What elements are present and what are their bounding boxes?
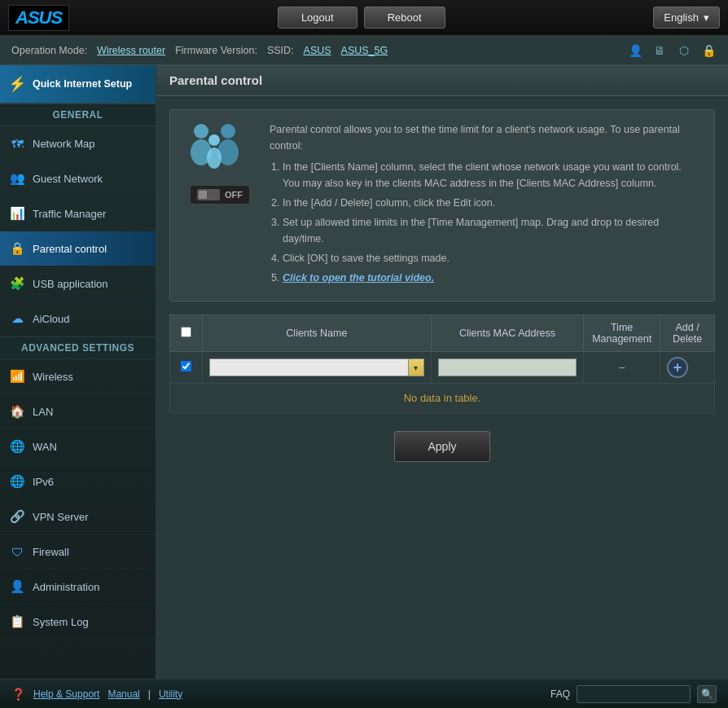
sidebar-item-firewall[interactable]: 🛡 Firewall	[0, 534, 156, 569]
toggle-label: OFF	[225, 190, 243, 200]
row-time-mgmt-cell: –	[584, 352, 660, 384]
sidebar-item-label: Traffic Manager	[33, 208, 106, 220]
svg-point-4	[208, 134, 220, 146]
sidebar-item-vpn-server[interactable]: 🔗 VPN Server	[0, 499, 156, 534]
row-add-cell: +	[660, 352, 715, 384]
user-icon: 👤	[627, 42, 643, 59]
col-clients-name: Clients Name	[202, 315, 431, 352]
no-data-cell: No data in table.	[170, 384, 715, 413]
faq-search-input[interactable]	[577, 685, 691, 703]
row-checkbox[interactable]	[181, 361, 191, 372]
sidebar-item-usb-application[interactable]: 🧩 USB application	[0, 266, 156, 301]
sidebar-item-label: Wireless	[33, 371, 73, 383]
client-name-input[interactable]	[209, 358, 408, 376]
row-checkbox-cell	[170, 352, 203, 384]
general-section-header: General	[0, 103, 156, 126]
family-svg-icon	[183, 121, 257, 178]
monitor-icon: 🖥	[651, 42, 668, 59]
sidebar-item-traffic-manager[interactable]: 📊 Traffic Manager	[0, 196, 156, 231]
select-all-checkbox[interactable]	[181, 327, 191, 337]
sidebar-item-label: Parental control	[33, 243, 107, 255]
client-dropdown-button[interactable]: ▾	[408, 358, 424, 376]
ssid-prefix: SSID:	[267, 45, 294, 56]
mac-address-input[interactable]	[438, 358, 577, 376]
parental-description-box: OFF Parental control allows you to set t…	[169, 109, 715, 301]
instruction-2: In the [Add / Delete] column, click the …	[283, 195, 701, 211]
col-clients-mac: Clients MAC Address	[431, 315, 583, 352]
add-row-button[interactable]: +	[667, 357, 688, 378]
wan-icon: 🌐	[8, 438, 26, 455]
usb-icon: ⬡	[676, 42, 692, 59]
sidebar-item-label: AiCloud	[33, 313, 70, 325]
sidebar-item-lan[interactable]: 🏠 LAN	[0, 394, 156, 429]
ssid2-link[interactable]: ASUS_5G	[341, 45, 388, 56]
row-mac-cell	[431, 352, 583, 384]
help-icon: ❓	[11, 688, 25, 701]
time-management-dash: –	[619, 362, 625, 373]
content-inner: OFF Parental control allows you to set t…	[156, 96, 728, 482]
sidebar-item-label: USB application	[33, 278, 108, 290]
op-mode-link[interactable]: Wireless router	[97, 45, 165, 56]
instruction-1: In the [Clients Name] column, select the…	[283, 159, 701, 191]
vpn-server-icon: 🔗	[8, 508, 26, 526]
system-log-icon: 📋	[8, 613, 26, 631]
sidebar-item-aicloud[interactable]: ☁ AiCloud	[0, 301, 156, 336]
table-header-row: Clients Name Clients MAC Address Time Ma…	[170, 315, 715, 352]
tutorial-link[interactable]: Click to open the tutorial video.	[283, 272, 434, 284]
svg-point-2	[221, 124, 235, 139]
utility-link[interactable]: Utility	[159, 688, 182, 700]
instruction-4: Click [OK] to save the settings made.	[283, 250, 701, 266]
faq-section: FAQ 🔍	[550, 685, 717, 703]
guest-network-icon: 👥	[8, 169, 26, 187]
chevron-down-icon: ▾	[704, 11, 709, 24]
operation-mode-bar: Operation Mode: Wireless router Firmware…	[0, 36, 728, 65]
sidebar-item-label: Firewall	[33, 546, 69, 558]
search-icon: 🔍	[701, 688, 713, 700]
manual-link[interactable]: Manual	[107, 688, 139, 700]
sidebar-item-label: LAN	[33, 406, 53, 418]
apply-button[interactable]: Apply	[394, 431, 489, 462]
top-bar: ASUS Logout Reboot English ▾	[0, 0, 728, 36]
wireless-icon: 📶	[8, 367, 26, 385]
administration-icon: 👤	[8, 578, 26, 596]
col-time-management: Time Management	[584, 315, 660, 352]
bottom-bar: ❓ Help & Support Manual | Utility FAQ 🔍	[0, 679, 728, 708]
lock-icon: 🔒	[700, 42, 717, 59]
sidebar-item-ipv6[interactable]: 🌐 IPv6	[0, 464, 156, 499]
network-map-icon: 🗺	[8, 134, 26, 152]
description-text: Parental control allows you to set the t…	[270, 121, 701, 289]
logout-button[interactable]: Logout	[278, 7, 357, 29]
traffic-manager-icon: 📊	[8, 204, 26, 222]
op-bar-icons: 👤 🖥 ⬡ 🔒	[627, 42, 717, 59]
sidebar-item-administration[interactable]: 👤 Administration	[0, 569, 156, 605]
quick-internet-setup[interactable]: ⚡ Quick Internet Setup	[0, 65, 156, 103]
main-layout: ⚡ Quick Internet Setup General 🗺 Network…	[0, 65, 728, 679]
reboot-button[interactable]: Reboot	[364, 7, 445, 29]
parental-control-table: Clients Name Clients MAC Address Time Ma…	[169, 314, 715, 413]
op-mode-prefix: Operation Mode:	[11, 45, 87, 56]
ssid1-link[interactable]: ASUS	[304, 45, 331, 56]
content-title: Parental control	[156, 65, 728, 96]
sidebar-item-wireless[interactable]: 📶 Wireless	[0, 359, 156, 394]
description-intro: Parental control allows you to set the t…	[270, 121, 701, 154]
row-client-name-cell: ▾	[202, 352, 431, 384]
sidebar-item-label: IPv6	[33, 476, 54, 488]
sidebar-item-guest-network[interactable]: 👥 Guest Network	[0, 161, 156, 196]
language-selector[interactable]: English ▾	[653, 7, 720, 29]
sidebar-item-label: WAN	[33, 441, 57, 453]
svg-point-5	[207, 147, 221, 169]
sidebar-item-wan[interactable]: 🌐 WAN	[0, 429, 156, 464]
sidebar-item-label: VPN Server	[33, 511, 89, 523]
sidebar-item-system-log[interactable]: 📋 System Log	[0, 605, 156, 640]
instructions-list: In the [Clients Name] column, select the…	[283, 159, 701, 286]
parental-toggle[interactable]: OFF	[190, 185, 250, 204]
sidebar-item-parental-control[interactable]: 🔒 Parental control	[0, 231, 156, 266]
sidebar-item-network-map[interactable]: 🗺 Network Map	[0, 126, 156, 161]
faq-label: FAQ	[550, 688, 570, 700]
col-add-delete: Add / Delete	[660, 315, 715, 352]
asus-logo: ASUS	[8, 5, 69, 31]
faq-search-button[interactable]: 🔍	[697, 685, 717, 703]
separator: |	[148, 688, 151, 700]
lan-icon: 🏠	[8, 402, 26, 420]
help-support-link[interactable]: Help & Support	[33, 688, 99, 700]
